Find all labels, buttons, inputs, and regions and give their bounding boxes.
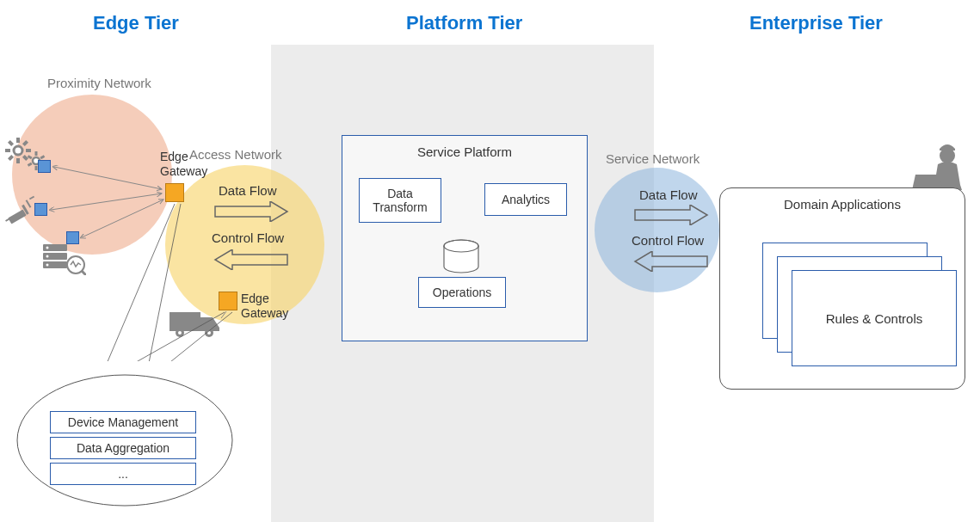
- data-flow-label: Data Flow: [639, 187, 698, 202]
- enterprise-tier-header: Enterprise Tier: [749, 12, 883, 34]
- platform-tier-header: Platform Tier: [406, 12, 522, 34]
- data-flow-arrow: [633, 205, 709, 225]
- service-network-label: Service Network: [606, 151, 700, 166]
- service-platform-title: Service Platform: [342, 144, 587, 159]
- control-flow-arrow: [633, 251, 709, 272]
- control-flow-label: Control Flow: [632, 233, 704, 248]
- control-flow-label: Control Flow: [212, 230, 284, 245]
- device-management-box: Device Management: [50, 411, 196, 433]
- domain-applications-title: Domain Applications: [720, 197, 965, 212]
- svg-line-39: [146, 204, 181, 361]
- svg-rect-47: [946, 145, 948, 149]
- service-network-circle: [595, 168, 719, 292]
- data-flow-arrow: [213, 201, 289, 222]
- svg-line-35: [54, 167, 162, 189]
- svg-line-40: [112, 312, 225, 361]
- data-aggregation-box: Data Aggregation: [50, 437, 196, 459]
- svg-line-36: [51, 193, 162, 210]
- control-flow-arrow: [213, 249, 289, 270]
- analytics-box: Analytics: [484, 183, 567, 216]
- svg-line-37: [82, 200, 163, 237]
- data-flow-label: Data Flow: [219, 183, 277, 198]
- database-icon: [442, 239, 480, 275]
- service-platform-box: Service Platform: [342, 135, 588, 341]
- operations-box: Operations: [418, 277, 506, 308]
- rules-controls-box: Rules & Controls: [792, 270, 957, 366]
- more-capabilities-box: ...: [50, 463, 196, 485]
- svg-line-38: [102, 204, 175, 361]
- data-transform-box: Data Transform: [359, 178, 441, 223]
- svg-line-41: [153, 312, 232, 361]
- proximity-connectors: [0, 0, 258, 361]
